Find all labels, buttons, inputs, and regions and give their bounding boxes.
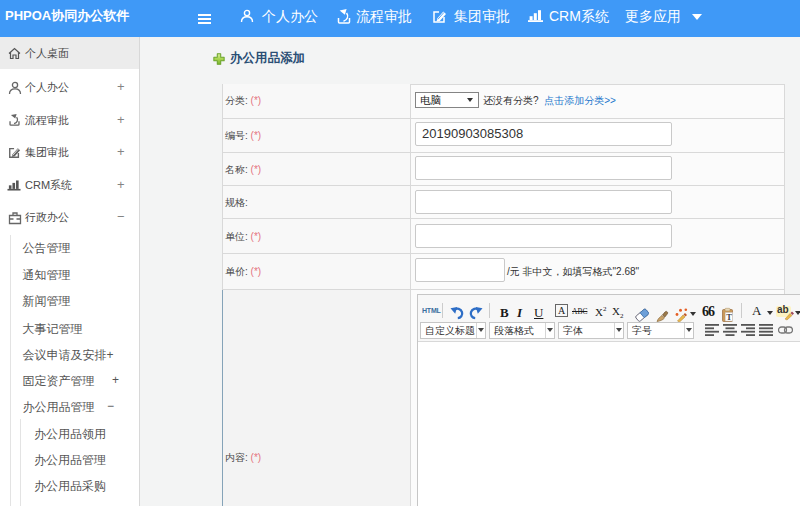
svg-text:T: T <box>726 312 732 322</box>
